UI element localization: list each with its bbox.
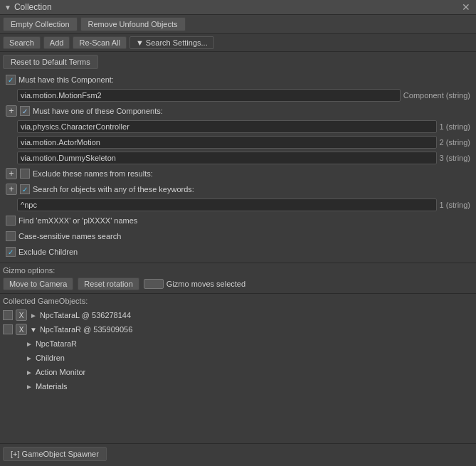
component-type-3: 3 (string) — [440, 154, 470, 162]
find-em-row: Find 'emXXXX' or 'plXXXX' names — [3, 213, 473, 228]
tree-child-2-label: Children — [36, 354, 65, 362]
exclude-names-checkbox[interactable] — [20, 169, 30, 179]
bottom-bar: [+] GameObject Spawner — [0, 443, 476, 464]
top-buttons-bar: Empty Collection Remove Unfound Objects — [0, 15, 476, 34]
case-sensitive-row: Case-sensitive names search — [3, 228, 473, 244]
gizmo-buttons-row: Move to Camera Reset rotation Gizmo move… — [3, 277, 473, 290]
rescan-button[interactable]: Re-Scan All — [73, 36, 126, 49]
tree-item-2-checkbox[interactable] — [3, 324, 13, 334]
remove-unfound-button[interactable]: Remove Unfound Objects — [80, 17, 186, 31]
close-button[interactable]: ✕ — [460, 2, 472, 12]
must-have-one-of-label: Must have one of these Components: — [33, 107, 163, 115]
tree-child-1-arrow[interactable]: ► — [26, 340, 33, 348]
tree-child-1: ► NpcTataraR — [3, 337, 473, 351]
must-have-component-checkbox[interactable] — [6, 75, 16, 85]
exclude-children-row: Exclude Children — [3, 244, 473, 260]
tree-item-2-arrow[interactable]: ▼ — [30, 326, 37, 334]
gizmo-moves-toggle-wrapper: Gizmo moves selected — [144, 279, 245, 289]
title-arrow: ▼ — [4, 4, 11, 11]
exclude-names-label: Exclude these names from results: — [33, 169, 153, 178]
tree-item-1-x[interactable]: X — [16, 309, 27, 321]
add-button[interactable]: Add — [43, 36, 70, 49]
component-input-1[interactable] — [17, 120, 437, 133]
plus-button-exclude[interactable]: + — [6, 168, 17, 179]
move-to-camera-button[interactable]: Move to Camera — [3, 277, 73, 290]
collected-label: Collected GameObjects: — [3, 297, 473, 305]
search-keywords-label: Search for objects with any of these key… — [33, 185, 194, 194]
case-sensitive-label: Case-sensitive names search — [18, 232, 121, 240]
gizmo-moves-label: Gizmo moves selected — [166, 280, 245, 288]
tree-child-2: ► Children — [3, 351, 473, 365]
search-keywords-checkbox[interactable] — [20, 184, 30, 194]
tree-child-3-label: Action Monitor — [36, 368, 85, 376]
main-container: Empty Collection Remove Unfound Objects … — [0, 15, 476, 464]
tree-item-2-label: NpcTataraR @ 535909056 — [40, 325, 132, 334]
must-have-component-row: Must have this Component: — [3, 72, 473, 88]
search-button[interactable]: Search — [3, 36, 41, 49]
component-row-2: 2 (string) — [3, 134, 473, 150]
must-have-component-label: Must have this Component: — [18, 75, 114, 84]
tree-child-4-arrow[interactable]: ► — [26, 383, 33, 391]
toolbar: Search Add Re-Scan All ▼ Search Settings… — [0, 34, 476, 52]
component-input-3[interactable] — [17, 152, 437, 164]
exclude-names-row: + Exclude these names from results: — [3, 166, 473, 181]
exclude-children-checkbox[interactable] — [6, 247, 16, 257]
title-bar: ▼ Collection ✕ — [0, 0, 476, 15]
keyword-value-row: 1 (string) — [3, 197, 473, 213]
search-section: Reset to Default Terms Must have this Co… — [0, 52, 476, 263]
component-type-2: 2 (string) — [440, 138, 470, 147]
component-row-3: 3 (string) — [3, 150, 473, 166]
component-row-1: 1 (string) — [3, 119, 473, 134]
component-type-1: 1 (string) — [440, 122, 470, 131]
component-input[interactable] — [17, 89, 401, 102]
plus-button-keywords[interactable]: + — [6, 184, 17, 195]
tree-child-4: ► Materials — [3, 379, 473, 393]
tree-child-2-arrow[interactable]: ► — [26, 354, 33, 362]
gizmo-section: Gizmo options: Move to Camera Reset rota… — [0, 263, 476, 293]
tree-child-3-arrow[interactable]: ► — [26, 369, 33, 376]
component-input-2[interactable] — [17, 136, 437, 149]
tree-item-1: X ► NpcTataraL @ 536278144 — [3, 308, 473, 322]
tree-item-1-checkbox[interactable] — [3, 310, 13, 320]
exclude-children-label: Exclude Children — [18, 248, 78, 256]
reset-rotation-button[interactable]: Reset rotation — [78, 277, 139, 290]
case-sensitive-checkbox[interactable] — [6, 231, 16, 241]
component-value-row: Component (string) — [3, 88, 473, 103]
find-em-checkbox[interactable] — [6, 216, 16, 226]
tree-item-1-arrow[interactable]: ► — [30, 312, 37, 319]
tree-item-2: X ▼ NpcTataraR @ 535909056 — [3, 322, 473, 337]
collected-section: Collected GameObjects: X ► NpcTataraL @ … — [0, 293, 476, 443]
plus-button-one-of[interactable]: + — [6, 105, 17, 117]
find-em-label: Find 'emXXXX' or 'plXXXX' names — [18, 216, 137, 225]
must-have-one-of-checkbox[interactable] — [20, 106, 30, 116]
tree-child-4-label: Materials — [36, 382, 68, 391]
keyword-input[interactable] — [17, 198, 437, 211]
tree-child-1-label: NpcTataraR — [36, 339, 77, 348]
tree-item-2-x[interactable]: X — [16, 324, 27, 335]
empty-collection-button[interactable]: Empty Collection — [3, 17, 78, 31]
gizmo-options-label: Gizmo options: — [3, 266, 473, 275]
gameobject-spawner-button[interactable]: [+] GameObject Spawner — [3, 447, 107, 461]
window-title: Collection — [14, 2, 52, 12]
must-have-one-of-row: + Must have one of these Components: — [3, 103, 473, 119]
gizmo-moves-toggle[interactable] — [144, 279, 164, 289]
reset-default-terms-button[interactable]: Reset to Default Terms — [3, 55, 98, 69]
tree-child-3: ► Action Monitor — [3, 365, 473, 379]
tree-item-1-label: NpcTataraL @ 536278144 — [40, 311, 131, 319]
search-keywords-row: + Search for objects with any of these k… — [3, 181, 473, 197]
search-settings-button[interactable]: ▼ Search Settings... — [129, 36, 214, 49]
keyword-type-badge: 1 (string) — [440, 201, 470, 209]
component-type-badge: Component (string) — [403, 91, 470, 100]
